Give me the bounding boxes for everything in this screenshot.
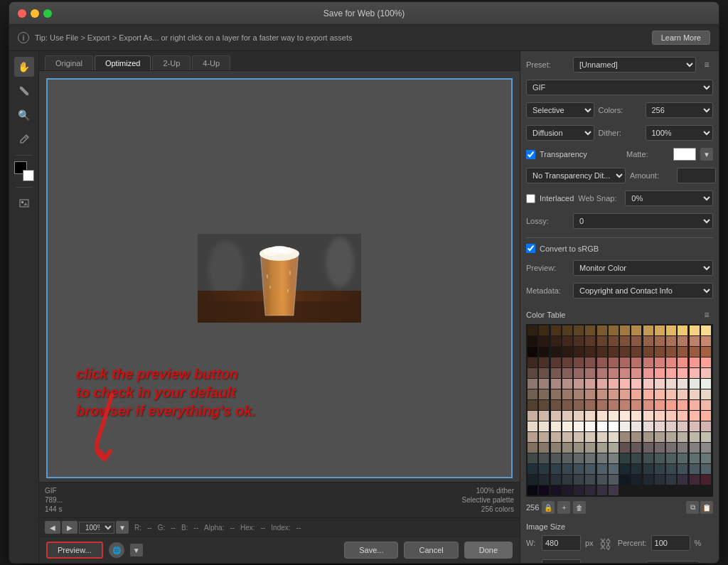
color-cell[interactable] xyxy=(597,325,607,335)
color-cell[interactable] xyxy=(643,336,653,346)
color-cell[interactable] xyxy=(655,475,665,485)
color-cell[interactable] xyxy=(574,485,584,495)
color-cell[interactable] xyxy=(562,432,572,442)
color-cell[interactable] xyxy=(528,347,537,357)
color-cell[interactable] xyxy=(528,475,537,485)
color-cell[interactable] xyxy=(597,421,607,431)
color-cell[interactable] xyxy=(655,389,665,399)
color-cell[interactable] xyxy=(643,357,653,367)
color-cell[interactable] xyxy=(655,347,665,357)
preview-color-select[interactable]: Monitor Color xyxy=(573,260,713,276)
color-cell[interactable] xyxy=(678,453,687,463)
color-cell[interactable] xyxy=(631,347,641,357)
tab-optimized[interactable]: Optimized xyxy=(95,55,151,70)
preset-menu-btn[interactable]: ≡ xyxy=(700,58,713,71)
color-cell[interactable] xyxy=(562,336,572,346)
color-cell[interactable] xyxy=(551,379,561,389)
color-cell[interactable] xyxy=(666,379,676,389)
color-cell[interactable] xyxy=(551,421,561,431)
color-cell[interactable] xyxy=(562,379,572,389)
color-cell[interactable] xyxy=(701,347,711,357)
color-cell[interactable] xyxy=(609,357,619,367)
color-cell[interactable] xyxy=(666,411,676,421)
delete-color-btn[interactable]: 🗑 xyxy=(573,501,586,514)
color-cell[interactable] xyxy=(609,389,619,399)
color-cell[interactable] xyxy=(562,453,572,463)
color-cell[interactable] xyxy=(690,368,700,378)
color-cell[interactable] xyxy=(528,368,537,378)
color-cell[interactable] xyxy=(528,432,537,442)
minimize-button[interactable] xyxy=(31,9,39,18)
color-cell[interactable] xyxy=(609,443,619,453)
color-cell[interactable] xyxy=(690,400,700,410)
color-cell[interactable] xyxy=(597,464,607,474)
color-cell[interactable] xyxy=(551,347,561,357)
percent-input[interactable] xyxy=(651,535,690,551)
hand-tool[interactable]: ✋ xyxy=(14,57,34,77)
color-cell[interactable] xyxy=(562,421,572,431)
color-cell[interactable] xyxy=(551,336,561,346)
color-cell[interactable] xyxy=(620,325,630,335)
color-cell[interactable] xyxy=(585,347,595,357)
slice-tool[interactable] xyxy=(14,81,34,101)
color-cell[interactable] xyxy=(666,389,676,399)
height-input[interactable] xyxy=(542,559,581,563)
color-cell[interactable] xyxy=(631,421,641,431)
color-cell[interactable] xyxy=(643,464,653,474)
amount-input[interactable] xyxy=(677,168,716,183)
color-cell[interactable] xyxy=(539,443,549,453)
tab-2up[interactable]: 2-Up xyxy=(152,55,191,70)
color-cell[interactable] xyxy=(597,379,607,389)
web-snap-select[interactable]: 0% xyxy=(625,190,713,206)
color-cell[interactable] xyxy=(528,389,537,399)
color-cell[interactable] xyxy=(585,421,595,431)
color-cell[interactable] xyxy=(655,421,665,431)
color-cell[interactable] xyxy=(701,443,711,453)
color-cell[interactable] xyxy=(597,357,607,367)
eyedropper-tool[interactable] xyxy=(14,129,34,149)
color-cell[interactable] xyxy=(620,347,630,357)
color-cell[interactable] xyxy=(643,347,653,357)
color-cell[interactable] xyxy=(597,336,607,346)
color-cell[interactable] xyxy=(620,421,630,431)
image-preview-tool[interactable] xyxy=(14,193,34,213)
color-cell[interactable] xyxy=(643,325,653,335)
color-cell[interactable] xyxy=(678,389,687,399)
color-cell[interactable] xyxy=(597,432,607,442)
color-cell[interactable] xyxy=(620,475,630,485)
color-cell[interactable] xyxy=(574,453,584,463)
color-cell[interactable] xyxy=(631,411,641,421)
color-cell[interactable] xyxy=(678,421,687,431)
color-cell[interactable] xyxy=(574,379,584,389)
color-cell[interactable] xyxy=(562,443,572,453)
color-cell[interactable] xyxy=(678,347,687,357)
color-cell[interactable] xyxy=(666,464,676,474)
zoom-select[interactable]: 100% 50% 200% xyxy=(79,522,114,534)
copy-table-btn[interactable]: ⧉ xyxy=(686,501,699,514)
color-cell[interactable] xyxy=(609,475,619,485)
color-cell[interactable] xyxy=(539,485,549,495)
color-table-menu-btn[interactable]: ≡ xyxy=(700,308,713,321)
color-cell[interactable] xyxy=(631,475,641,485)
color-cell[interactable] xyxy=(597,368,607,378)
color-cell[interactable] xyxy=(597,443,607,453)
color-cell[interactable] xyxy=(620,453,630,463)
color-cell[interactable] xyxy=(539,411,549,421)
color-cell[interactable] xyxy=(574,336,584,346)
color-cell[interactable] xyxy=(597,475,607,485)
color-cell[interactable] xyxy=(631,443,641,453)
color-cell[interactable] xyxy=(574,389,584,399)
matte-color-swatch[interactable] xyxy=(673,148,696,161)
color-cell[interactable] xyxy=(666,325,676,335)
color-cell[interactable] xyxy=(701,464,711,474)
color-cell[interactable] xyxy=(528,336,537,346)
matte-dropdown-btn[interactable]: ▼ xyxy=(700,148,713,161)
color-cell[interactable] xyxy=(574,421,584,431)
color-cell[interactable] xyxy=(539,389,549,399)
color-cell[interactable] xyxy=(690,464,700,474)
color-cell[interactable] xyxy=(643,368,653,378)
color-cell[interactable] xyxy=(666,432,676,442)
color-cell[interactable] xyxy=(666,347,676,357)
link-proportions[interactable]: ⛓ xyxy=(599,537,612,552)
paste-table-btn[interactable]: 📋 xyxy=(700,501,713,514)
